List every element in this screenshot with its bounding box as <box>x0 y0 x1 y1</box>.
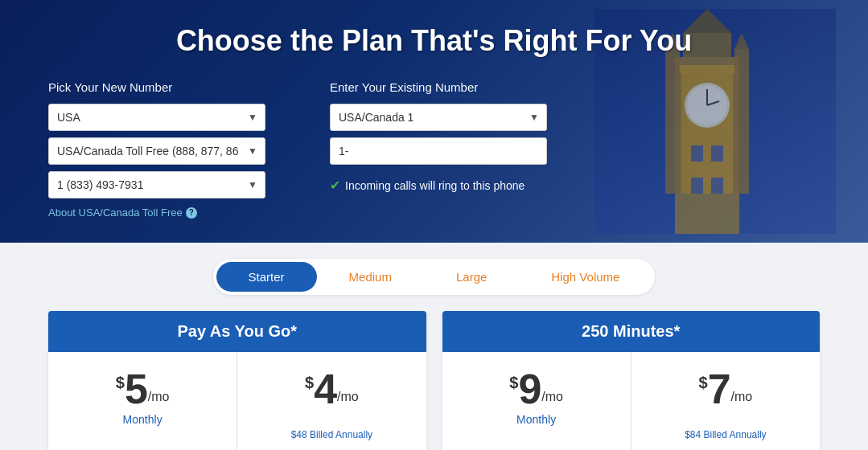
pricing-block-250min: 250 Minutes* $ 9 /mo Monthly Free Trial … <box>442 311 821 450</box>
about-tollfree-text: About USA/Canada Toll Free <box>48 207 183 219</box>
price-amount-payg-annual: 4 <box>314 368 337 410</box>
pricing-block-payasyougo: Pay As You Go* $ 5 /mo Monthly Free Tria… <box>48 311 426 450</box>
price-period-250min-monthly: /mo <box>541 391 563 403</box>
pricing-section: Pay As You Go* $ 5 /mo Monthly Free Tria… <box>0 311 868 450</box>
about-tollfree-link[interactable]: About USA/Canada Toll Free ? <box>48 207 265 219</box>
tab-medium[interactable]: Medium <box>317 262 424 292</box>
hero-section: Choose the Plan That's Right For You Pic… <box>0 0 868 243</box>
number-select[interactable]: 1 (833) 493-7931 <box>48 171 265 198</box>
price-period-payg-annual: /mo <box>337 391 359 403</box>
price-annual-250min-monthly <box>535 429 537 442</box>
pick-number-group: Pick Your New Number USA Canada UK ▼ USA… <box>48 80 265 219</box>
block-header-payasyougo: Pay As You Go* <box>48 311 426 352</box>
check-icon: ✔ <box>330 178 340 193</box>
existing-country-select-wrapper: USA/Canada 1 UK ▼ <box>330 104 547 131</box>
price-label-payg-annual <box>330 413 333 426</box>
block-header-250min: 250 Minutes* <box>442 311 821 352</box>
price-dollar-250min-annual: $ <box>699 374 708 391</box>
ring-notice: ✔ Incoming calls will ring to this phone <box>330 178 547 193</box>
price-amount-250min-annual: 7 <box>708 368 731 410</box>
number-type-select-wrapper: USA/Canada Toll Free (888, 877, 866, 855… <box>48 137 265 165</box>
price-display-250min-monthly: $ 9 /mo <box>509 368 563 410</box>
price-display-payg-monthly: $ 5 /mo <box>116 368 170 410</box>
hero-title: Choose the Plan That's Right For You <box>48 24 820 58</box>
pricing-cards-payasyougo: $ 5 /mo Monthly Free Trial Skip Trial - … <box>48 352 426 450</box>
price-dollar-payg-annual: $ <box>305 374 314 391</box>
pricing-cards-250min: $ 9 /mo Monthly Free Trial Skip Trial - … <box>442 352 821 450</box>
price-amount-payg-monthly: 5 <box>125 368 148 410</box>
about-info-icon: ? <box>186 207 197 219</box>
price-dollar-250min-monthly: $ <box>509 374 518 391</box>
hero-content: Choose the Plan That's Right For You Pic… <box>48 24 820 219</box>
pricing-card-payg-annual: $ 4 /mo $48 Billed Annually Free Trial S… <box>237 352 426 450</box>
existing-number-label: Enter Your Existing Number <box>330 80 547 94</box>
price-annual-250min-annual: $84 Billed Annually <box>685 429 766 442</box>
price-label-250min-monthly: Monthly <box>516 413 556 426</box>
price-period-payg-monthly: /mo <box>148 391 170 403</box>
pricing-card-250min-monthly: $ 9 /mo Monthly Free Trial Skip Trial - … <box>442 352 631 450</box>
existing-number-input[interactable] <box>330 137 547 165</box>
country-select[interactable]: USA Canada UK <box>48 104 265 131</box>
price-label-payg-monthly: Monthly <box>123 413 162 426</box>
tabs-container: Starter Medium Large High Volume <box>213 259 656 295</box>
pricing-card-payg-monthly: $ 5 /mo Monthly Free Trial Skip Trial - … <box>48 352 237 450</box>
country-select-wrapper: USA Canada UK ▼ <box>48 104 265 131</box>
tab-large[interactable]: Large <box>424 262 519 292</box>
price-dollar-payg-monthly: $ <box>116 374 125 391</box>
existing-country-select[interactable]: USA/Canada 1 UK <box>330 104 547 131</box>
pricing-card-250min-annual: $ 7 /mo $84 Billed Annually Free Trial S… <box>631 352 820 450</box>
price-annual-payg-monthly <box>141 429 143 442</box>
number-select-wrapper: 1 (833) 493-7931 ▼ <box>48 171 265 198</box>
price-amount-250min-monthly: 9 <box>518 368 541 410</box>
existing-number-group: Enter Your Existing Number USA/Canada 1 … <box>330 80 547 193</box>
tab-starter[interactable]: Starter <box>216 262 317 292</box>
tabs-section: Starter Medium Large High Volume <box>0 243 868 311</box>
price-display-payg-annual: $ 4 /mo <box>305 368 359 410</box>
price-label-250min-annual <box>724 413 727 426</box>
hero-forms: Pick Your New Number USA Canada UK ▼ USA… <box>48 80 820 219</box>
number-type-select[interactable]: USA/Canada Toll Free (888, 877, 866, 855… <box>48 137 265 165</box>
ring-notice-text: Incoming calls will ring to this phone <box>345 179 525 192</box>
pick-number-label: Pick Your New Number <box>48 80 265 94</box>
price-period-250min-annual: /mo <box>731 391 753 403</box>
tab-high-volume[interactable]: High Volume <box>519 262 652 292</box>
price-annual-payg-annual: $48 Billed Annually <box>291 429 372 442</box>
price-display-250min-annual: $ 7 /mo <box>699 368 753 410</box>
